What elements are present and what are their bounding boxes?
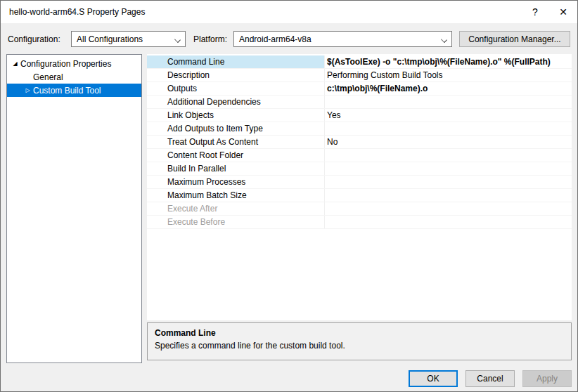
property-value [324, 202, 572, 215]
titlebar: hello-world-arm64.S Property Pages ? ✕ [1, 1, 577, 23]
property-row-treat-output-as-content[interactable]: Treat Output As Content No [147, 136, 572, 149]
property-value[interactable] [324, 189, 572, 202]
window-title: hello-world-arm64.S Property Pages [1, 7, 521, 17]
property-value[interactable] [324, 149, 572, 162]
property-row-link-objects[interactable]: Link Objects Yes [147, 109, 572, 122]
close-icon[interactable]: ✕ [549, 1, 577, 23]
property-row-add-outputs-to-item-type[interactable]: Add Outputs to Item Type [147, 122, 572, 136]
property-value[interactable] [324, 176, 572, 188]
property-name: Outputs [147, 82, 324, 95]
property-name: Execute After [147, 202, 324, 215]
configuration-manager-button[interactable]: Configuration Manager... [459, 31, 570, 47]
property-row-content-root-folder[interactable]: Content Root Folder [147, 149, 572, 162]
tree-expanded-icon[interactable]: ◢ [10, 60, 20, 67]
property-description-panel: Command Line Specifies a command line fo… [147, 322, 572, 360]
property-name: Description [147, 69, 324, 81]
tree-item-general[interactable]: General [7, 70, 141, 84]
tree-item-label: Custom Build Tool [33, 86, 101, 96]
property-name: Link Objects [147, 109, 324, 122]
tree-item-label: General [33, 72, 63, 82]
property-pages-dialog: hello-world-arm64.S Property Pages ? ✕ C… [0, 0, 578, 392]
property-value[interactable] [324, 96, 572, 108]
property-row-execute-before: Execute Before [147, 216, 572, 229]
configuration-dropdown-value: All Configurations [77, 34, 143, 44]
property-value [324, 216, 572, 228]
property-value[interactable]: Yes [324, 109, 572, 122]
platform-dropdown-value: Android-arm64-v8a [239, 34, 312, 44]
property-name: Maximum Processes [147, 176, 324, 188]
property-value[interactable] [324, 162, 572, 175]
property-row-execute-after: Execute After [147, 202, 572, 216]
property-name: Additional Dependencies [147, 96, 324, 108]
property-name: Maximum Batch Size [147, 189, 324, 202]
property-value[interactable]: c:\tmp\obj\%(FileName).o [324, 82, 572, 95]
help-icon[interactable]: ? [521, 1, 549, 23]
property-row-additional-dependencies[interactable]: Additional Dependencies [147, 96, 572, 109]
description-title: Command Line [155, 328, 564, 338]
chevron-down-icon [174, 37, 181, 43]
description-text: Specifies a command line for the custom … [155, 341, 564, 351]
platform-label: Platform: [193, 34, 227, 44]
configuration-dropdown[interactable]: All Configurations [71, 31, 186, 47]
apply-button: Apply [522, 370, 572, 387]
property-row-maximum-processes[interactable]: Maximum Processes [147, 176, 572, 189]
property-row-outputs[interactable]: Outputs c:\tmp\obj\%(FileName).o [147, 82, 572, 96]
chevron-down-icon [441, 37, 447, 43]
property-value[interactable]: Performing Custom Build Tools [324, 69, 572, 81]
property-row-command-line[interactable]: Command Line $(AsToolExe) -o "c:\tmp\obj… [147, 55, 572, 69]
configuration-label: Configuration: [8, 34, 60, 44]
property-name: Add Outputs to Item Type [147, 122, 324, 135]
property-name: Treat Output As Content [147, 136, 324, 148]
property-name: Execute Before [147, 216, 324, 228]
property-name: Build In Parallel [147, 162, 324, 175]
property-value[interactable]: $(AsToolExe) -o "c:\tmp\obj\%(FileName).… [324, 55, 572, 68]
property-name: Command Line [147, 55, 324, 68]
property-row-maximum-batch-size[interactable]: Maximum Batch Size [147, 189, 572, 202]
ok-button[interactable]: OK [409, 370, 458, 387]
property-grid: Command Line $(AsToolExe) -o "c:\tmp\obj… [147, 54, 572, 320]
property-value[interactable]: No [324, 136, 572, 148]
tree-item-custom-build-tool[interactable]: ▷ Custom Build Tool [7, 84, 141, 97]
property-row-description[interactable]: Description Performing Custom Build Tool… [147, 69, 572, 82]
platform-dropdown[interactable]: Android-arm64-v8a [233, 31, 452, 47]
tree-item-label: Configuration Properties [20, 59, 111, 69]
tree-collapsed-icon[interactable]: ▷ [23, 87, 33, 93]
property-name: Content Root Folder [147, 149, 324, 162]
property-row-build-in-parallel[interactable]: Build In Parallel [147, 162, 572, 176]
configuration-tree: ◢ Configuration Properties General ▷ Cus… [6, 54, 142, 363]
tree-item-configuration-properties[interactable]: ◢ Configuration Properties [7, 57, 141, 70]
property-value[interactable] [324, 122, 572, 135]
cancel-button[interactable]: Cancel [465, 370, 515, 387]
